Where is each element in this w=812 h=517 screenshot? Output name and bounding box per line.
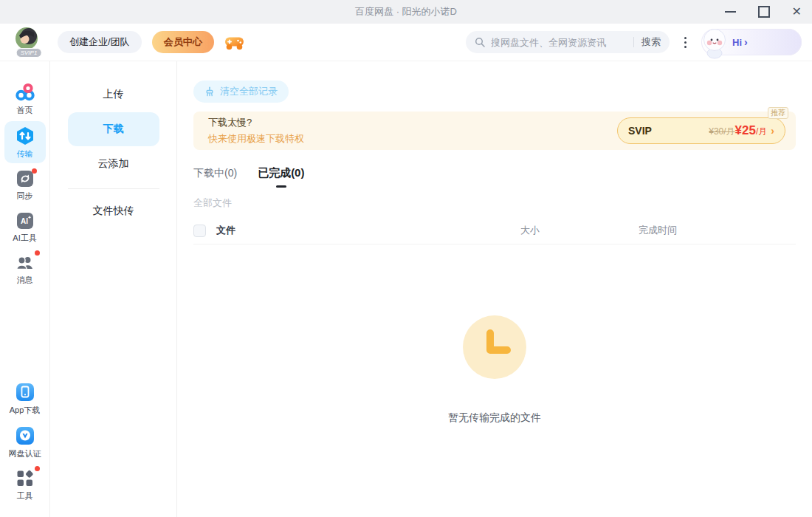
close-icon[interactable]: ✕ — [792, 6, 802, 18]
member-center-button[interactable]: 会员中心 — [152, 31, 214, 53]
subnav-divider — [68, 188, 159, 189]
primary-sidebar: 首页 传输 同步 — [0, 61, 50, 517]
sync-icon — [16, 170, 34, 188]
gamepad-icon[interactable] — [224, 35, 244, 50]
section-label-all-files: 全部文件 — [193, 196, 796, 210]
subnav-item-upload[interactable]: 上传 — [68, 79, 159, 110]
sidebar-item-cert[interactable]: 网盘认证 — [4, 421, 46, 463]
toolbar-right-group: 搜索 Hi › — [466, 29, 802, 55]
clear-all-records-button[interactable]: 清空全部记录 — [193, 81, 289, 103]
empty-message: 暂无传输完成的文件 — [448, 411, 541, 425]
top-toolbar: SVIP1 创建企业/团队 会员中心 — [0, 24, 812, 61]
avatar-image — [15, 27, 38, 50]
banner-text: 下载太慢? 快来使用极速下载特权 — [208, 116, 304, 145]
ai-icon: AI — [16, 212, 34, 230]
svip-badge: SVIP1 — [16, 48, 42, 58]
sidebar-item-ai-tools[interactable]: AI AI工具 — [4, 207, 46, 247]
transfer-icon — [16, 126, 35, 145]
search-input[interactable] — [489, 36, 630, 49]
clock-icon — [463, 315, 526, 379]
cert-icon — [16, 426, 35, 445]
app-download-icon — [16, 383, 35, 402]
app-body: 首页 传输 同步 — [0, 61, 812, 517]
column-finish-time: 完成时间 — [639, 224, 796, 237]
tab-downloading[interactable]: 下载中(0) — [193, 167, 237, 188]
subnav-item-cloud-add[interactable]: 云添加 — [68, 148, 159, 179]
main-content: 清空全部记录 下载太慢? 快来使用极速下载特权 SVIP ¥30/月 ¥25 /… — [177, 61, 812, 517]
window-controls: ✕ — [725, 0, 802, 24]
sidebar-item-transfer[interactable]: 传输 — [4, 121, 46, 163]
assistant-button[interactable]: Hi › — [701, 29, 802, 55]
svip-prices: ¥30/月 ¥25 /月 — [709, 123, 767, 138]
broom-icon — [204, 86, 215, 97]
user-avatar[interactable]: SVIP1 — [15, 27, 43, 58]
sidebar-item-sync[interactable]: 同步 — [4, 165, 46, 205]
mascot-icon — [699, 27, 730, 59]
greeting-label: Hi — [732, 37, 742, 48]
title-bar: 百度网盘 · 阳光的小诺D ✕ — [0, 0, 812, 24]
window-title: 百度网盘 · 阳光的小诺D — [355, 5, 457, 18]
sidebar-bottom-group: App下载 网盘认证 — [4, 377, 46, 507]
notification-dot — [35, 250, 40, 256]
search-divider — [633, 37, 634, 47]
svip-upgrade-button[interactable]: SVIP ¥30/月 ¥25 /月 › — [617, 117, 785, 144]
search-icon — [475, 37, 485, 47]
chevron-right-icon: › — [744, 36, 748, 48]
banner-title: 下载太慢? — [208, 116, 304, 129]
file-table-header: 文件 大小 完成时间 — [193, 217, 796, 244]
app-window: 百度网盘 · 阳光的小诺D ✕ SVIP1 创建企业/团队 会员中心 — [0, 0, 812, 517]
chevron-right-icon: › — [771, 125, 774, 137]
sidebar-item-messages[interactable]: 消息 — [4, 249, 46, 290]
notification-dot — [32, 168, 37, 174]
notification-dot — [35, 466, 40, 471]
price-unit: /月 — [756, 126, 767, 138]
old-price: ¥30/月 — [709, 126, 734, 138]
svip-promo-banner: 下载太慢? 快来使用极速下载特权 SVIP ¥30/月 ¥25 /月 › 推荐 — [193, 112, 796, 150]
transfer-subnav: 上传 下载 云添加 文件快传 — [50, 61, 177, 517]
tools-icon — [16, 470, 34, 487]
banner-subtitle[interactable]: 快来使用极速下载特权 — [208, 132, 304, 145]
clear-all-records-label: 清空全部记录 — [220, 85, 278, 98]
subnav-item-quick-transfer[interactable]: 文件快传 — [68, 196, 159, 227]
active-tab-indicator — [276, 185, 286, 188]
sidebar-item-tools[interactable]: 工具 — [4, 465, 46, 505]
tab-completed[interactable]: 已完成(0) — [258, 166, 304, 188]
search-box[interactable]: 搜索 — [466, 31, 670, 53]
kebab-menu-icon[interactable] — [680, 32, 691, 52]
sidebar-item-home[interactable]: 首页 — [4, 78, 46, 120]
sidebar-item-app-download[interactable]: App下载 — [4, 377, 46, 420]
home-icon — [15, 83, 35, 102]
recommend-badge: 推荐 — [768, 107, 788, 119]
create-team-button[interactable]: 创建企业/团队 — [58, 31, 142, 53]
svg-text:AI: AI — [21, 217, 28, 225]
search-button[interactable]: 搜索 — [637, 35, 661, 49]
select-all-checkbox[interactable] — [193, 225, 206, 237]
download-tabs: 下载中(0) 已完成(0) — [193, 166, 796, 188]
column-file: 文件 — [193, 224, 520, 237]
minimize-icon[interactable] — [725, 11, 736, 13]
current-price: ¥25 — [735, 123, 756, 138]
message-icon — [16, 254, 35, 272]
subnav-item-download[interactable]: 下载 — [68, 112, 159, 146]
maximize-icon[interactable] — [758, 6, 770, 18]
column-size: 大小 — [520, 224, 639, 237]
empty-state: 暂无传输完成的文件 — [193, 315, 796, 425]
